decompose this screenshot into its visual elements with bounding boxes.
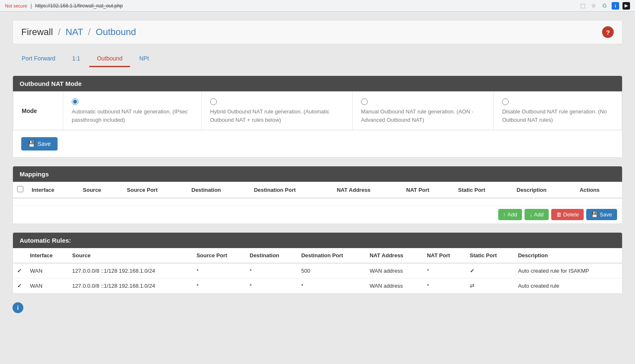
- breadcrumb: Firewall / NAT / Outbound: [21, 27, 136, 38]
- ext-icon[interactable]: ▶: [622, 2, 630, 10]
- auto-rule-1-check: ✓: [13, 263, 26, 279]
- page-wrapper: Firewall / NAT / Outbound ? Port Forward…: [0, 12, 635, 325]
- outbound-nat-mode-card: Outbound NAT Mode Mode Automatic outboun…: [13, 75, 622, 158]
- col-nat-address-header: NAT Address: [333, 182, 402, 198]
- auto-rule-1-description: Auto created rule for ISAKMP: [514, 263, 622, 279]
- auto-rule-row-1: ✓ WAN 127.0.0.0/8 ::1/128 192.168.1.0/24…: [13, 263, 622, 279]
- col-destination-port-header: Destination Port: [250, 182, 333, 198]
- tab-npt[interactable]: NPt: [132, 51, 156, 67]
- mode-option-3: Manual Outbound NAT rule generation. (AO…: [352, 92, 494, 130]
- mode-option-4: Disable Outbound NAT rule generation. (N…: [494, 92, 622, 130]
- mode-option-2: Hybrid Outbound NAT rule generation. (Au…: [201, 92, 352, 130]
- separator: |: [30, 3, 32, 9]
- add-up-button[interactable]: ↑ Add: [498, 209, 522, 220]
- auto-col-nat-port-header: NAT Port: [423, 248, 466, 263]
- auto-col-description-header: Description: [514, 248, 622, 263]
- col-actions-header: Actions: [575, 182, 622, 198]
- mode-option-3-text: Manual Outbound NAT rule generation. (AO…: [361, 108, 485, 124]
- help-icon[interactable]: ?: [602, 26, 614, 38]
- col-source-header: Source: [79, 182, 123, 198]
- empty-row: [13, 198, 622, 206]
- auto-col-interface-header: Interface: [26, 248, 68, 263]
- url-bar: https://192.168.1.1/firewall_nat_out.php: [35, 3, 123, 9]
- breadcrumb-outbound: Outbound: [96, 27, 136, 37]
- info-icon-bottom[interactable]: i: [13, 302, 23, 313]
- security-label: Not secure: [5, 3, 27, 8]
- auto-rule-2-description: Auto created rule: [514, 279, 622, 294]
- browser-icons: ⬚ ☆ G i ▶: [579, 2, 630, 10]
- auto-col-nat-address-header: NAT Address: [365, 248, 422, 263]
- col-static-port-header: Static Port: [454, 182, 512, 198]
- auto-rule-2-source-port: *: [192, 279, 246, 294]
- mappings-card: Mappings Interface Source Source Port De…: [13, 166, 622, 224]
- save-btn-wrapper: 💾 Save: [13, 130, 622, 157]
- mode-option-1: Automatic outbound NAT rule generation. …: [63, 92, 202, 130]
- save-mode-button[interactable]: 💾 Save: [21, 137, 58, 151]
- auto-col-check-header: [13, 248, 26, 263]
- breadcrumb-sep2: /: [88, 27, 90, 37]
- mappings-toolbar: ↑ Add ↓ Add 🗑 Delete 💾 Save: [13, 206, 622, 223]
- auto-rule-1-destination-port: 500: [297, 263, 365, 279]
- auto-rule-1-destination: *: [246, 263, 297, 279]
- auto-rule-1-nat-address: WAN address: [365, 263, 422, 279]
- breadcrumb-sep1: /: [58, 27, 60, 37]
- save-mode-label: Save: [38, 141, 51, 147]
- tab-port-forward[interactable]: Port Forward: [14, 51, 63, 67]
- mode-option-2-text: Hybrid Outbound NAT rule generation. (Au…: [210, 108, 344, 124]
- auto-rule-2-nat-address: WAN address: [365, 279, 422, 294]
- add-down-button[interactable]: ↓ Add: [525, 209, 549, 220]
- add-up-icon: ↑: [503, 211, 506, 218]
- save-mappings-label: Save: [600, 211, 612, 218]
- radio-disable[interactable]: [502, 98, 509, 105]
- auto-rule-row-2: ✓ WAN 127.0.0.0/8 ::1/128 192.168.1.0/24…: [13, 279, 622, 294]
- mode-option-1-text: Automatic outbound NAT rule generation. …: [72, 108, 193, 124]
- select-all-checkbox[interactable]: [17, 186, 23, 192]
- radio-auto[interactable]: [72, 98, 78, 105]
- auto-rule-2-interface: WAN: [26, 279, 68, 294]
- auto-rule-2-check: ✓: [13, 279, 26, 294]
- radio-hybrid[interactable]: [210, 98, 217, 105]
- auto-rule-1-static-port: ✓: [466, 263, 514, 279]
- tab-1-1[interactable]: 1:1: [65, 51, 88, 67]
- tab-outbound[interactable]: Outbound: [89, 51, 130, 67]
- save-tbl-icon: 💾: [591, 211, 598, 218]
- auto-rules-table: Interface Source Source Port Destination…: [13, 248, 622, 294]
- radio-manual[interactable]: [361, 98, 368, 105]
- col-destination-header: Destination: [187, 182, 250, 198]
- auto-rule-2-nat-port: *: [423, 279, 466, 294]
- save-floppy-icon: 💾: [28, 141, 35, 147]
- auto-col-static-port-header: Static Port: [466, 248, 514, 263]
- mode-label: Mode: [13, 92, 63, 130]
- auto-rule-1-interface: WAN: [26, 263, 68, 279]
- auto-rules-card: Automatic Rules: Interface Source Source…: [13, 232, 622, 294]
- cast-icon[interactable]: ⬚: [579, 2, 587, 10]
- add-up-label: Add: [507, 211, 517, 218]
- auto-rules-header: Automatic Rules:: [13, 233, 622, 248]
- tabs: Port Forward 1:1 Outbound NPt: [13, 51, 622, 67]
- breadcrumb-firewall: Firewall: [21, 27, 53, 37]
- info-ext-icon[interactable]: i: [612, 2, 619, 10]
- save-mappings-button[interactable]: 💾 Save: [586, 209, 617, 220]
- auto-rule-1-source: 127.0.0.0/8 ::1/128 192.168.1.0/24: [68, 263, 192, 279]
- delete-label: Delete: [563, 211, 579, 218]
- outbound-nat-mode-header: Outbound NAT Mode: [13, 76, 622, 91]
- auto-col-source-header: Source: [68, 248, 192, 263]
- browser-bar: Not secure | https://192.168.1.1/firewal…: [0, 0, 635, 12]
- add-down-icon: ↓: [530, 211, 532, 218]
- col-description-header: Description: [512, 182, 575, 198]
- col-source-port-header: Source Port: [123, 182, 187, 198]
- tabs-wrapper: Port Forward 1:1 Outbound NPt: [13, 51, 622, 67]
- auto-rule-1-source-port: *: [192, 263, 246, 279]
- col-interface-header: Interface: [28, 182, 79, 198]
- col-nat-port-header: NAT Port: [402, 182, 454, 198]
- breadcrumb-nat[interactable]: NAT: [65, 27, 83, 37]
- bookmark-icon[interactable]: ☆: [590, 2, 597, 10]
- delete-button[interactable]: 🗑 Delete: [551, 209, 584, 220]
- grammarly-icon[interactable]: G: [601, 2, 608, 10]
- mappings-table: Interface Source Source Port Destination…: [13, 182, 622, 206]
- auto-col-source-port-header: Source Port: [192, 248, 246, 263]
- add-down-label: Add: [534, 211, 544, 218]
- mode-table: Mode Automatic outbound NAT rule generat…: [13, 91, 622, 130]
- auto-rule-2-source: 127.0.0.0/8 ::1/128 192.168.1.0/24: [68, 279, 192, 294]
- col-checkbox-header: [13, 182, 28, 198]
